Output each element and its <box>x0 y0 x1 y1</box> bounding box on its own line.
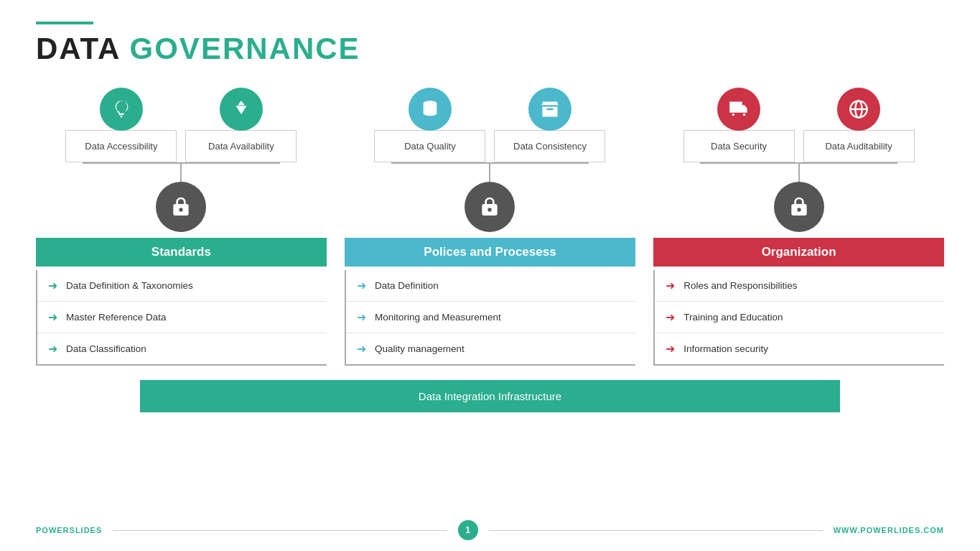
data-availability-label: Data Availability <box>185 130 297 162</box>
arrow-icon: ➜ <box>357 310 366 324</box>
data-accessibility-icon-circle <box>100 88 143 131</box>
footer-line-left <box>113 530 447 531</box>
arrow-icon: ➜ <box>666 279 675 292</box>
data-auditability-label: Data Auditability <box>803 130 915 162</box>
list-item: ➜ Master Reference Data <box>37 302 327 333</box>
title-governance: GOVERNANCE <box>130 32 360 65</box>
footer-url: WWW.POWERLIDES.COM <box>834 526 944 534</box>
data-accessibility-label: Data Accessibility <box>65 130 177 162</box>
database-icon <box>420 99 440 119</box>
arrow-icon: ➜ <box>48 310 57 324</box>
list-item: ➜ Information security <box>655 333 944 364</box>
policies-list: ➜ Data Definition ➜ Monitoring and Measu… <box>345 270 635 366</box>
data-quality-wrapper: Data Quality <box>374 88 485 162</box>
data-consistency-icon-circle <box>528 88 571 131</box>
columns-container: Data Accessibility Data Availability <box>36 88 944 366</box>
organization-list: ➜ Roles and Responsibilities ➜ Training … <box>653 270 944 366</box>
data-auditability-wrapper: Data Auditability <box>803 88 915 162</box>
arrow-icon: ➜ <box>357 342 366 356</box>
arrow-icon: ➜ <box>666 342 675 356</box>
data-security-icon-circle <box>717 88 760 131</box>
list-item: ➜ Quality management <box>346 333 635 364</box>
footer: POWERSLIDES 1 WWW.POWERLIDES.COM <box>36 520 944 540</box>
page-number: 1 <box>458 520 478 540</box>
organization-column: Data Security Data Auditability Organiza… <box>653 88 944 366</box>
standards-column: Data Accessibility Data Availability <box>36 88 327 366</box>
footer-line-right <box>489 530 823 531</box>
data-availability-wrapper: Data Availability <box>185 88 297 162</box>
arrow-icon: ➜ <box>48 342 57 356</box>
standards-lock-icon <box>156 182 206 232</box>
list-item: ➜ Monitoring and Measurement <box>346 302 635 333</box>
policies-connector-down <box>489 164 490 182</box>
lock-icon-green <box>169 195 192 218</box>
footer-power: POWER <box>36 526 70 534</box>
diamond-icon <box>231 99 251 119</box>
list-item: ➜ Data Definition <box>346 270 635 302</box>
list-item: ➜ Training and Education <box>655 302 944 333</box>
policies-lock-icon <box>465 182 515 232</box>
lock-icon-teal <box>478 195 501 218</box>
organization-icons-row: Data Security Data Auditability <box>653 88 944 162</box>
policies-icons-row: Data Quality Data Consistency <box>345 88 635 162</box>
list-item: ➜ Data Classification <box>37 333 327 364</box>
data-security-wrapper: Data Security <box>683 88 795 162</box>
list-item: ➜ Data Definition & Taxonomies <box>37 270 327 302</box>
policies-column: Data Quality Data Consistency Polices an… <box>345 88 635 366</box>
page-title: DATA GOVERNANCE <box>36 32 944 66</box>
globe-icon <box>849 99 869 119</box>
footer-brand: POWERSLIDES <box>36 526 102 534</box>
standards-list: ➜ Data Definition & Taxonomies ➜ Master … <box>36 270 327 366</box>
slide: DATA GOVERNANCE Data Accessibility Dat <box>0 0 980 551</box>
shop-icon <box>540 99 560 119</box>
footer-slides: SLIDES <box>70 526 103 534</box>
policies-header: Polices and Procesess <box>345 238 635 267</box>
standards-header: Standards <box>36 238 327 267</box>
arrow-icon: ➜ <box>666 310 675 324</box>
bottom-bar: Data Integration Infrastructure <box>140 380 839 412</box>
header-line <box>36 22 93 24</box>
bulb-icon <box>111 99 131 119</box>
arrow-icon: ➜ <box>48 279 57 292</box>
data-availability-icon-circle <box>220 88 263 131</box>
organization-lock-icon <box>774 182 824 232</box>
arrow-icon: ➜ <box>357 279 366 292</box>
data-quality-label: Data Quality <box>374 130 485 162</box>
standards-icons-row: Data Accessibility Data Availability <box>36 88 327 162</box>
standards-connector-down <box>180 164 182 182</box>
data-auditability-icon-circle <box>837 88 880 131</box>
data-accessibility-wrapper: Data Accessibility <box>65 88 177 162</box>
truck-icon <box>729 99 749 119</box>
organization-connector-down <box>798 164 800 182</box>
data-consistency-label: Data Consistency <box>494 130 605 162</box>
data-quality-icon-circle <box>409 88 452 131</box>
title-data: DATA <box>36 32 120 65</box>
organization-header: Organization <box>653 238 944 267</box>
list-item: ➜ Roles and Responsibilities <box>655 270 944 302</box>
data-security-label: Data Security <box>683 130 795 162</box>
data-consistency-wrapper: Data Consistency <box>494 88 605 162</box>
lock-icon-red <box>788 195 811 218</box>
